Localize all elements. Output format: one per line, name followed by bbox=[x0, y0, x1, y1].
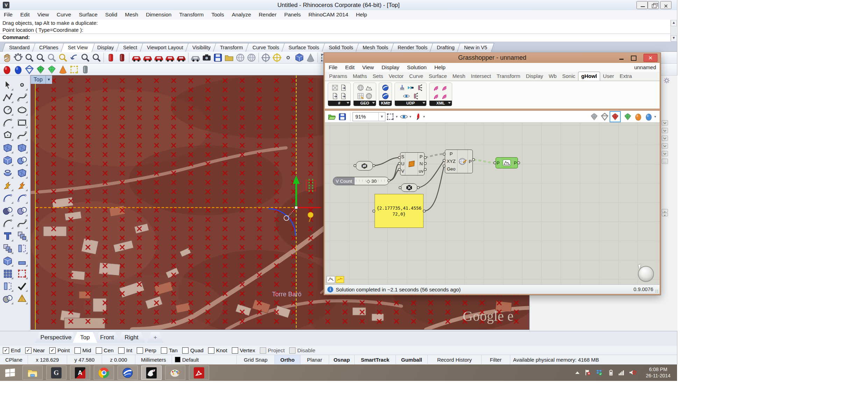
udp-pipe-icon[interactable] bbox=[415, 84, 423, 92]
gh-tab-sonic[interactable]: Sonic bbox=[560, 72, 578, 81]
select-cursor-icon[interactable] bbox=[2, 79, 14, 91]
pan-hand-icon[interactable] bbox=[2, 52, 12, 63]
toolbar-tab-curve-tools[interactable]: Curve Tools bbox=[246, 43, 286, 52]
blue-egg-icon[interactable] bbox=[13, 64, 23, 75]
grasshopper-canvas[interactable]: V Count ◇ 30 S U V bbox=[325, 123, 660, 285]
rhino-titlebar[interactable]: V Untitled - Rhinoceros Corporate (64-bi… bbox=[0, 0, 677, 10]
input-ports[interactable]: S U V bbox=[400, 153, 405, 175]
osnap-disable[interactable]: Disable bbox=[289, 347, 315, 354]
zoom-window-icon[interactable] bbox=[35, 52, 46, 63]
globe-icon[interactable] bbox=[356, 84, 365, 92]
osnap-vertex[interactable]: Vertex bbox=[232, 347, 255, 354]
network-icon[interactable] bbox=[617, 368, 626, 377]
menu-solid[interactable]: Solid bbox=[101, 10, 121, 19]
statusbar-pane-osnap[interactable]: Osnap bbox=[329, 355, 355, 364]
checkbox[interactable] bbox=[232, 347, 238, 354]
google-earth-icon[interactable] bbox=[381, 84, 390, 92]
viewport-tab-perspective[interactable]: Perspective bbox=[35, 332, 77, 343]
chevron-down-icon[interactable]: ▾ bbox=[654, 115, 656, 118]
units-pane[interactable]: Millimeters bbox=[135, 355, 172, 364]
pyramid-icon[interactable] bbox=[16, 293, 28, 305]
panel-dropdown-button[interactable] bbox=[662, 128, 668, 133]
panel-spinner-up[interactable]: ▲ bbox=[662, 209, 668, 212]
plumb-line-icon[interactable] bbox=[283, 52, 293, 63]
car-front-icon[interactable] bbox=[131, 52, 142, 63]
preview-shaded-gem-icon[interactable] bbox=[610, 112, 620, 122]
zoom-level-select[interactable]: 91%▼ bbox=[353, 112, 385, 121]
coordinate-panel-node[interactable]: {2.177735,41.455672,0} bbox=[375, 194, 424, 228]
torus-icon[interactable] bbox=[2, 167, 14, 179]
x-coordinate[interactable]: x 128.629 bbox=[28, 355, 67, 364]
blue-blocks-icon[interactable] bbox=[294, 52, 305, 63]
statusbar-pane-grid-snap[interactable]: Grid Snap bbox=[237, 355, 275, 364]
preview-off-gem-icon[interactable] bbox=[589, 112, 599, 122]
gh-tab-extra[interactable]: Extra bbox=[617, 72, 635, 81]
cplane-pane[interactable]: CPlane bbox=[0, 355, 28, 364]
surface-bend-icon[interactable] bbox=[16, 142, 28, 154]
menu-panels[interactable]: Panels bbox=[280, 10, 305, 19]
checkbox[interactable] bbox=[208, 347, 214, 354]
divide-surface-node[interactable]: S U V P N uv bbox=[400, 152, 425, 175]
gray-battery-icon[interactable] bbox=[80, 64, 91, 75]
statusbar-pane-planar[interactable]: Planar bbox=[300, 355, 329, 364]
statusbar-pane-gumball[interactable]: Gumball bbox=[396, 355, 428, 364]
open-file-icon[interactable] bbox=[327, 112, 337, 122]
panel-dropdown-button[interactable] bbox=[662, 151, 668, 156]
rotate-view-icon[interactable] bbox=[13, 52, 23, 63]
gh-menu-solution[interactable]: Solution bbox=[403, 63, 431, 72]
green-gem-icon[interactable] bbox=[35, 64, 46, 75]
gh-tab-wb[interactable]: Wb bbox=[546, 72, 560, 81]
curve-icon[interactable] bbox=[16, 92, 28, 103]
checkbox[interactable] bbox=[260, 347, 266, 354]
grasshopper-titlebar[interactable]: Grasshopper - unnamed ✕ bbox=[325, 53, 660, 63]
rectangle-icon[interactable] bbox=[16, 117, 28, 129]
grasshopper-app-icon[interactable]: G bbox=[46, 366, 66, 380]
blend-dark-icon[interactable] bbox=[2, 205, 14, 217]
menu-tools[interactable]: Tools bbox=[207, 10, 228, 19]
battery-icon[interactable] bbox=[606, 368, 616, 377]
grid-array-icon[interactable] bbox=[2, 268, 14, 280]
gear-icon[interactable] bbox=[664, 78, 670, 85]
globe-editor-icon[interactable] bbox=[365, 92, 373, 100]
osnap-mid[interactable]: Mid bbox=[74, 347, 91, 354]
circle-cross-yellow-icon[interactable] bbox=[272, 52, 282, 63]
gh-tab-display[interactable]: Display bbox=[523, 72, 546, 81]
viewport-title-dropdown[interactable]: Top ▼ bbox=[31, 75, 52, 84]
boolean-icon[interactable] bbox=[2, 293, 14, 305]
quality-high-ball-icon[interactable] bbox=[644, 112, 654, 122]
toolbar-tab-surface-tools[interactable]: Surface Tools bbox=[282, 43, 326, 52]
arc-icon[interactable] bbox=[2, 117, 14, 129]
car-side-2-icon[interactable] bbox=[154, 52, 164, 63]
menu-mesh[interactable]: Mesh bbox=[121, 10, 142, 19]
palette-group-label[interactable]: # bbox=[328, 101, 350, 106]
ellipse-icon[interactable] bbox=[16, 104, 28, 116]
sphere-grid-icon[interactable] bbox=[235, 52, 246, 63]
surface-grid-icon[interactable] bbox=[16, 167, 28, 179]
gh-tab-ghowl[interactable]: gHowl bbox=[578, 72, 600, 81]
osnap-point[interactable]: ✓Point bbox=[49, 347, 70, 354]
box-icon[interactable] bbox=[2, 154, 14, 166]
polyline-icon[interactable] bbox=[2, 92, 14, 103]
panel-dropdown-button[interactable] bbox=[662, 120, 668, 125]
gh-close-button[interactable]: ✕ bbox=[643, 54, 657, 62]
checker-icon[interactable] bbox=[331, 84, 339, 92]
gh-menu-edit[interactable]: Edit bbox=[341, 63, 358, 72]
toolbar-tab-drafting[interactable]: Drafting bbox=[430, 43, 462, 52]
explode-icon[interactable] bbox=[2, 180, 14, 191]
gh-tab-surface[interactable]: Surface bbox=[426, 72, 450, 81]
point-icon[interactable] bbox=[16, 79, 28, 91]
gh-tab-curve[interactable]: Curve bbox=[406, 72, 426, 81]
viewport-tab-top[interactable]: Top bbox=[73, 332, 97, 343]
osnap-tan[interactable]: Tan bbox=[161, 347, 178, 354]
linear-array-icon[interactable] bbox=[16, 268, 28, 280]
autocad-app-icon[interactable]: A bbox=[70, 366, 90, 380]
snapshot-icon[interactable] bbox=[213, 52, 223, 63]
gh-tab-user[interactable]: User bbox=[600, 72, 617, 81]
menu-dimension[interactable]: Dimension bbox=[142, 10, 175, 19]
osnap-int[interactable]: Int bbox=[118, 347, 132, 354]
dropbox-icon[interactable] bbox=[595, 368, 604, 377]
gh-menu-view[interactable]: View bbox=[358, 63, 378, 72]
car-side-1-icon[interactable] bbox=[142, 52, 153, 63]
copy-icon[interactable] bbox=[2, 243, 14, 254]
statusbar-pane-record-history[interactable]: Record History bbox=[428, 355, 482, 364]
